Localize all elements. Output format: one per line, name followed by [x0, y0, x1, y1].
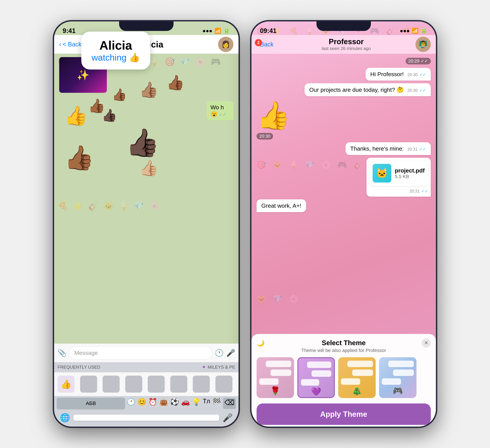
input-area-1: 📎 Message 🕐 🎤 FREQUENTLY USED ✦ MILEYS &… [54, 344, 238, 427]
notch-1 [119, 21, 174, 31]
file-icon: 🐱 [373, 164, 391, 183]
theme-3-preview-3 [341, 378, 360, 385]
emoji-cell-5[interactable] [148, 376, 165, 393]
tooltip-bubble: Alicia watching 👍 [81, 32, 150, 69]
back-button-2[interactable]: 2 ‹ Back [257, 41, 274, 48]
theme-option-3[interactable]: 🎄 [338, 357, 376, 398]
tooltip-action: watching 👍 [92, 52, 140, 63]
thumb-6: 👍🏿 [102, 108, 117, 123]
lang-key[interactable]: АБВ [57, 398, 125, 409]
status-icons-1: ●●● 📶 🔋 [202, 27, 230, 34]
theme-option-2[interactable]: 💜 [298, 357, 335, 398]
theme-1-emoji: 🌹 [270, 386, 280, 396]
bulb-kb[interactable]: 💡 [192, 398, 201, 409]
screen-2: 🎯⭐🍕🍦🐱 💎🌸🎮🎸🍕 ⭐🎯🐱🍦💎 🌸🎮🎸🎯⭐ 🍕🍦🐱💎🌸 09:41 ●●● … [252, 21, 436, 427]
ball-kb[interactable]: ⚽ [170, 398, 179, 409]
message-bubble-1: Wo h 😮 ✓✓ [195, 101, 233, 122]
sticker-container: 👍 20:30 [257, 99, 431, 140]
theme-2-emoji: 💜 [311, 387, 321, 397]
phone-2: 🎯⭐🍕🍦🐱 💎🌸🎮🎸🍕 ⭐🎯🐱🍦💎 🌸🎮🎸🎯⭐ 🍕🍦🐱💎🌸 09:41 ●●● … [250, 20, 437, 428]
message-input-1[interactable]: Message [69, 346, 212, 359]
backspace-kb[interactable]: ⌫ [223, 398, 236, 409]
status-icons-2: ●●● 📶 🔋 [400, 27, 427, 34]
emoji-cell-3[interactable] [103, 376, 120, 393]
file-info: project.pdf 5,5 KB [395, 167, 425, 179]
avatar-2[interactable]: 👨‍🏫 [415, 37, 431, 52]
battery-icon-2: 🔋 [420, 27, 427, 34]
bag-kb[interactable]: 👜 [159, 398, 168, 409]
msg-hi-text: Hi Professor! [370, 71, 404, 77]
sticker-time: 20:30 [257, 132, 431, 140]
kb-row-bottom: АБВ 🕐 😊 ⏰ 👜 ⚽ 🚗 💡 Tл 🏁 ⌫ [57, 398, 236, 409]
smile-kb[interactable]: 😊 [138, 398, 146, 409]
time-1: 9:41 [63, 27, 76, 34]
thumb-big: 👍🏿 [126, 127, 160, 159]
phone-1: 9:41 ●●● 📶 🔋 ‹ < Back Alicia 👩 [53, 20, 240, 428]
car-kb[interactable]: 🚗 [181, 398, 190, 409]
theme-2-inner: 💜 [298, 358, 334, 397]
theme-option-1[interactable]: 🌹 [257, 357, 294, 398]
theme-4-preview-2 [393, 370, 414, 376]
file-name: project.pdf [395, 167, 425, 174]
emoji-cell-8[interactable] [215, 376, 232, 393]
clock-icon-1[interactable]: 🕐 [215, 349, 224, 357]
emoji-cell-2[interactable] [80, 376, 97, 393]
last-seen: last seen 26 minutes ago [277, 46, 415, 51]
mic-kb[interactable]: 🎤 [221, 411, 235, 424]
chevron-left-icon-1: ‹ [59, 41, 61, 48]
kb-symbols: 🕐 😊 ⏰ 👜 ⚽ 🚗 💡 Tл 🏁 ⌫ [127, 398, 236, 409]
theme-2-preview-2 [312, 370, 331, 377]
msg-hi-ticks: ✓✓ [419, 72, 426, 77]
msg-thanks: Thanks, here's mine: 20:31 ✓✓ [346, 142, 431, 155]
msg-hi-time: 20:30 [407, 72, 418, 77]
chat-header-2: 2 ‹ Back Professor last seen 26 minutes … [252, 35, 436, 54]
space-key[interactable] [73, 415, 219, 421]
emoji-grid[interactable]: 👍 [54, 372, 238, 396]
msg-projects: Our projects are due today, right? 🤔 20:… [305, 83, 431, 96]
emoji-thumb-active[interactable]: 👍 [58, 376, 75, 393]
thumb-med: 👍🏼 [139, 159, 158, 177]
theme-3-preview-1 [347, 361, 373, 367]
time-2: 09:41 [260, 27, 277, 34]
thumb-4: 👍🏽 [139, 81, 158, 99]
theme-1-inner: 🌹 [257, 357, 294, 398]
back-button-1[interactable]: ‹ < Back [59, 41, 81, 48]
msg-hi-professor: Hi Professor! 20:30 ✓✓ [366, 68, 431, 81]
msg-projects-time: 20:30 [407, 88, 418, 93]
theme-3-msgs [341, 361, 373, 385]
theme-option-4[interactable]: 🎮 [379, 357, 417, 398]
emoji-cell-4[interactable] [125, 376, 142, 393]
theme-options-row: 🌹 💜 [257, 357, 431, 399]
msg-time-top: 20:29 ✓✓ [257, 57, 431, 64]
mileys-label: MILEYS & PE [208, 364, 235, 370]
wifi-icon-1: 📶 [214, 27, 221, 34]
theme-panel-title: Select Theme [322, 339, 366, 347]
theme-4-inner: 🎮 [379, 357, 417, 398]
msg-great-work: Great work, A+! [257, 199, 306, 212]
emoji-cell-6[interactable] [170, 376, 187, 393]
emoji-cell-7[interactable] [193, 376, 210, 393]
clock-kb[interactable]: 🕐 [127, 398, 135, 409]
msg-ticks-1: ✓✓ [219, 112, 226, 117]
mic-icon-1[interactable]: 🎤 [226, 349, 235, 357]
close-button[interactable]: × [422, 338, 431, 347]
flag-kb[interactable]: 🏁 [212, 398, 221, 409]
wifi-icon-2: 📶 [412, 27, 419, 34]
file-ticks: ✓✓ [421, 189, 428, 194]
theme-4-preview-1 [388, 361, 414, 367]
theme-panel: 🌙 Select Theme × Theme will be also appl… [252, 334, 436, 427]
text-kb[interactable]: Tл [203, 398, 210, 409]
theme-1-preview-3 [259, 378, 279, 385]
alarm-kb[interactable]: ⏰ [148, 398, 157, 409]
avatar-1[interactable]: 👩 [218, 37, 233, 52]
back-label-2: Back [260, 41, 274, 48]
attachment-icon[interactable]: 📎 [58, 349, 66, 357]
mileys-section: ✦ MILEYS & PE [202, 364, 235, 370]
theme-3-emoji: 🎄 [352, 386, 362, 396]
apply-theme-button[interactable]: Apply Theme [257, 404, 431, 425]
sparkle-icon: ✦ [202, 364, 206, 370]
notch-2 [316, 21, 371, 31]
moon-icon: 🌙 [257, 339, 264, 347]
globe-icon[interactable]: 🌐 [58, 411, 72, 424]
theme-4-emoji: 🎮 [393, 386, 403, 396]
